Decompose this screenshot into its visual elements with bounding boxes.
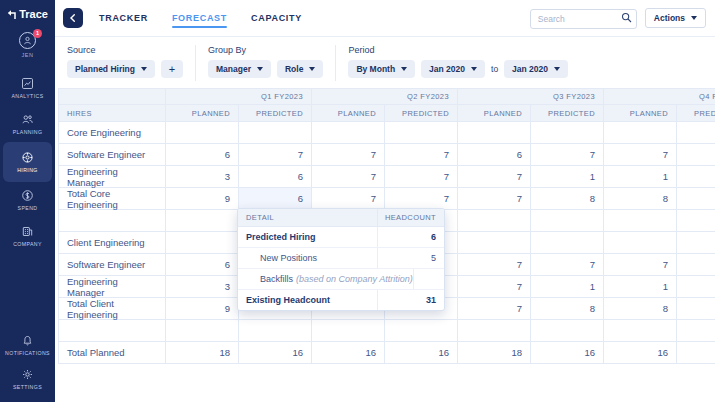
value-cell[interactable] [677, 232, 715, 254]
value-cell[interactable] [677, 122, 715, 144]
value-cell[interactable]: 16 [604, 342, 677, 364]
value-cell[interactable]: 9 [166, 298, 239, 320]
value-cell[interactable] [604, 122, 677, 144]
value-cell[interactable]: 7 [239, 144, 312, 166]
sidebar-item-planning[interactable]: PLANNING [3, 106, 52, 142]
tab-forecast[interactable]: FORECAST [172, 13, 227, 23]
value-cell[interactable]: 1 [677, 276, 715, 298]
value-cell[interactable]: 16 [239, 342, 312, 364]
period-granularity-select[interactable]: By Month [348, 60, 415, 78]
value-cell[interactable]: 7 [458, 276, 531, 298]
value-cell[interactable]: 7 [312, 188, 385, 210]
value-cell[interactable]: 1 [604, 166, 677, 188]
value-cell[interactable] [604, 320, 677, 342]
value-cell[interactable]: 7 [458, 298, 531, 320]
value-cell[interactable]: 16 [677, 342, 715, 364]
value-cell[interactable]: 1 [531, 276, 604, 298]
value-cell[interactable]: 7 [531, 144, 604, 166]
value-cell[interactable]: 7 [677, 144, 715, 166]
value-cell[interactable]: 18 [458, 342, 531, 364]
column-header-predicted: PREDICTED [385, 105, 458, 122]
value-cell[interactable]: 16 [312, 342, 385, 364]
period-to-select[interactable]: Jan 2020 [504, 60, 568, 78]
value-cell[interactable]: 6 [166, 144, 239, 166]
value-cell[interactable]: 1 [604, 276, 677, 298]
value-cell[interactable]: 7 [458, 254, 531, 276]
value-cell[interactable] [458, 122, 531, 144]
value-cell[interactable]: 8 [604, 298, 677, 320]
add-source-button[interactable]: + [161, 60, 183, 78]
groupby-select-role[interactable]: Role [277, 60, 323, 78]
value-cell[interactable]: 6 [166, 254, 239, 276]
period-from-select[interactable]: Jan 2020 [421, 60, 485, 78]
value-cell[interactable] [604, 232, 677, 254]
value-cell[interactable] [531, 232, 604, 254]
value-cell[interactable]: 7 [531, 254, 604, 276]
highlighted-cell[interactable]: 6 [239, 188, 312, 210]
value-cell[interactable] [531, 210, 604, 232]
value-cell[interactable]: 6 [458, 144, 531, 166]
avatar[interactable]: 1 [19, 32, 36, 49]
value-cell[interactable]: 7 [312, 144, 385, 166]
groupby-select-manager[interactable]: Manager [208, 60, 271, 78]
value-cell[interactable]: 1 [531, 166, 604, 188]
value-cell[interactable]: 7 [385, 188, 458, 210]
value-cell[interactable]: 1 [677, 166, 715, 188]
value-cell[interactable]: 7 [312, 166, 385, 188]
value-cell[interactable] [166, 232, 239, 254]
sidebar-item-spend[interactable]: SPEND [3, 182, 52, 218]
value-cell[interactable] [239, 122, 312, 144]
sidebar-item-analytics[interactable]: ANALYTICS [3, 70, 52, 106]
value-cell[interactable] [458, 210, 531, 232]
value-cell[interactable]: 18 [166, 342, 239, 364]
value-cell[interactable]: 7 [458, 188, 531, 210]
value-cell[interactable]: 7 [604, 144, 677, 166]
value-cell[interactable] [312, 122, 385, 144]
value-cell[interactable] [166, 210, 239, 232]
value-cell[interactable] [677, 320, 715, 342]
sidebar-item-company[interactable]: COMPANY [3, 218, 52, 254]
value-cell[interactable]: 7 [385, 144, 458, 166]
sidebar-item-label: SPEND [18, 205, 38, 211]
sidebar-item-settings[interactable]: SETTINGS [3, 362, 52, 396]
value-cell[interactable]: 16 [531, 342, 604, 364]
value-cell[interactable]: 3 [166, 276, 239, 298]
actions-button[interactable]: Actions [645, 8, 706, 28]
value-cell[interactable] [531, 122, 604, 144]
value-cell[interactable]: 8 [604, 188, 677, 210]
tab-tracker[interactable]: TRACKER [99, 13, 148, 23]
row-label[interactable]: Total Core Engineering [59, 188, 166, 210]
value-cell[interactable] [312, 320, 385, 342]
user-menu[interactable]: 1 JEN [19, 32, 36, 58]
value-cell[interactable] [239, 320, 312, 342]
value-cell[interactable]: 9 [166, 188, 239, 210]
value-cell[interactable]: 7 [385, 166, 458, 188]
value-cell[interactable]: 8 [677, 298, 715, 320]
value-cell[interactable]: 6 [239, 166, 312, 188]
spend-dollar-icon [21, 189, 34, 202]
value-cell[interactable] [531, 320, 604, 342]
value-cell[interactable]: 7 [458, 166, 531, 188]
column-header-planned: PLANNED [604, 105, 677, 122]
value-cell[interactable] [166, 320, 239, 342]
value-cell[interactable]: 3 [166, 166, 239, 188]
value-cell[interactable] [385, 122, 458, 144]
sidebar-item-notifications[interactable]: NOTIFICATIONS [3, 328, 52, 362]
value-cell[interactable]: 8 [531, 188, 604, 210]
value-cell[interactable] [458, 232, 531, 254]
value-cell[interactable]: 8 [677, 188, 715, 210]
value-cell[interactable]: 7 [604, 254, 677, 276]
value-cell[interactable] [458, 320, 531, 342]
back-button[interactable] [63, 8, 83, 28]
value-cell[interactable]: 7 [677, 254, 715, 276]
value-cell[interactable] [385, 320, 458, 342]
value-cell[interactable]: 8 [531, 298, 604, 320]
row-label[interactable]: Total Client Engineering [59, 298, 166, 320]
value-cell[interactable] [604, 210, 677, 232]
sidebar-item-hiring[interactable]: HIRING [3, 142, 52, 182]
source-select[interactable]: Planned Hiring [67, 60, 155, 78]
value-cell[interactable]: 16 [385, 342, 458, 364]
value-cell[interactable] [166, 122, 239, 144]
value-cell[interactable] [677, 210, 715, 232]
tab-capacity[interactable]: CAPACITY [251, 13, 302, 23]
